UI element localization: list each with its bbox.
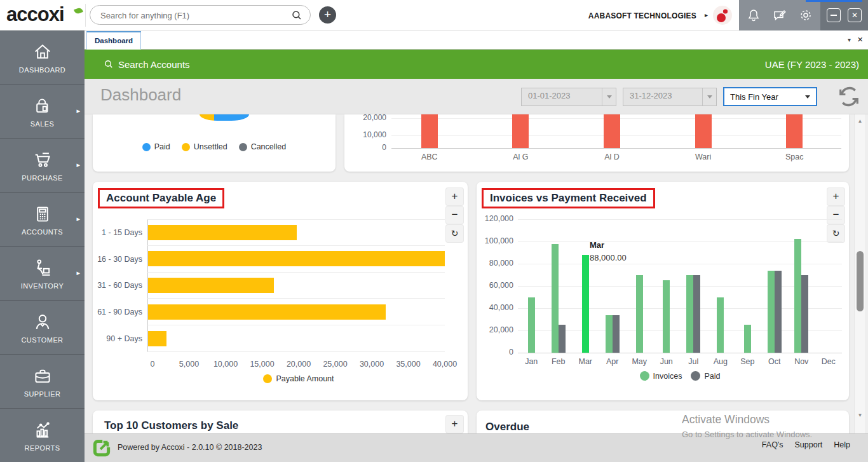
- y-axis-tick: 80,000: [479, 259, 513, 268]
- organization-name[interactable]: AABASOFT TECHNOLOGIES: [588, 11, 696, 20]
- search-accounts-button[interactable]: Search Accounts: [104, 50, 190, 79]
- sidebar-item-accounts[interactable]: ACCOUNTS▸: [0, 193, 85, 247]
- date-to-picker[interactable]: [623, 88, 717, 106]
- paid-bar-jul[interactable]: [693, 275, 700, 353]
- sidebar-item-dashboard[interactable]: DASHBOARD: [0, 31, 85, 85]
- bar-16-30Days[interactable]: [148, 251, 445, 266]
- date-to-input[interactable]: [630, 91, 696, 100]
- sidebar-item-supplier[interactable]: SUPPLIER: [0, 355, 85, 409]
- sidebar-item-label: PURCHASE: [22, 174, 62, 182]
- sidebar: DASHBOARDSALES▸PURCHASE▸ACCOUNTS▸INVENTO…: [0, 31, 85, 462]
- org-caret-icon: ▸: [705, 11, 708, 18]
- y-axis-tick: 100,000: [479, 236, 513, 245]
- date-from-dropdown[interactable]: [602, 88, 616, 105]
- bar-al-d[interactable]: [604, 114, 620, 148]
- paid-bar-feb[interactable]: [559, 325, 566, 353]
- x-axis-label: Sep: [734, 357, 761, 366]
- bar-wari[interactable]: [695, 114, 712, 148]
- inventory-icon: [32, 257, 53, 279]
- global-search-input[interactable]: [100, 8, 285, 22]
- accent-strip: [806, 0, 862, 2]
- invoices-bar-oct[interactable]: [768, 271, 775, 353]
- bar-spac[interactable]: [786, 114, 803, 148]
- submenu-arrow-icon: ▸: [76, 269, 80, 277]
- legend-dot-icon: [142, 143, 151, 151]
- minimize-button[interactable]: [827, 8, 841, 22]
- quick-add-button[interactable]: +: [319, 6, 336, 24]
- zoom-in-button[interactable]: +: [446, 416, 463, 433]
- invoices-bar-apr[interactable]: [606, 315, 613, 353]
- date-from-picker[interactable]: [521, 88, 616, 106]
- gridline: [518, 219, 842, 220]
- x-axis-label: Al G: [495, 153, 546, 161]
- bar-1-15Days[interactable]: [148, 225, 297, 240]
- date-to-dropdown[interactable]: [702, 88, 716, 105]
- chevron-down-icon: [707, 95, 712, 99]
- footer-link-help[interactable]: Help: [834, 440, 850, 449]
- scrollbar-thumb[interactable]: [857, 251, 864, 311]
- invoices-bar-jan[interactable]: [528, 297, 535, 353]
- sidebar-item-customer[interactable]: CUSTOMER: [0, 301, 85, 355]
- legend-item-cancelled: Cancelled: [239, 142, 287, 151]
- pie-slice-unsettled[interactable]: [200, 114, 214, 121]
- period-select[interactable]: This Fin Year: [723, 87, 817, 106]
- invoices-bar-feb[interactable]: [552, 244, 559, 353]
- bar-31-60Days[interactable]: [148, 278, 274, 293]
- search-icon[interactable]: [291, 10, 302, 24]
- x-axis-tick: 10,000: [207, 360, 245, 369]
- paid-bar-oct[interactable]: [775, 271, 782, 353]
- sidebar-item-reports[interactable]: REPORTS: [0, 409, 85, 462]
- x-axis-tick: 0: [133, 360, 172, 369]
- paid-bar-nov[interactable]: [801, 275, 808, 353]
- global-search: [90, 5, 311, 25]
- bar-90+Days[interactable]: [148, 331, 166, 346]
- pie-slice-paid[interactable]: [214, 114, 249, 121]
- sidebar-item-sales[interactable]: SALES▸: [0, 85, 85, 139]
- y-axis-tick: 40,000: [479, 303, 513, 312]
- scroll-up-icon[interactable]: ▲: [855, 118, 865, 124]
- scroll-down-icon[interactable]: ▼: [855, 412, 865, 418]
- date-from-input[interactable]: [528, 91, 595, 100]
- chart-row: 31 - 60 Days: [93, 273, 445, 299]
- close-button[interactable]: ✕: [848, 8, 862, 22]
- bar-61-90Days[interactable]: [148, 304, 386, 320]
- tab-close-icon[interactable]: ×: [857, 34, 863, 44]
- invoices-bar-nov[interactable]: [794, 239, 801, 353]
- invoices-bar-aug[interactable]: [717, 297, 724, 353]
- gridline: [518, 264, 842, 264]
- bar-al-g[interactable]: [512, 114, 529, 148]
- invoices-bar-mar[interactable]: [582, 255, 589, 353]
- messages-icon[interactable]: [771, 7, 788, 24]
- y-axis-tick: 20,000: [479, 325, 513, 334]
- chart-legend: Payable Amount: [153, 374, 445, 383]
- invoices-bar-sep[interactable]: [744, 325, 751, 353]
- gridline: [518, 330, 842, 331]
- chevron-down-icon: [805, 95, 810, 99]
- app-window: accoxi + AABASOFT TECHNOLOGIES ▸: [0, 0, 868, 462]
- sidebar-item-inventory[interactable]: INVENTORY▸: [0, 247, 85, 301]
- category-label: 90 + Days: [93, 325, 147, 352]
- notifications-bell-icon[interactable]: [745, 7, 762, 24]
- invoices-bar-may[interactable]: [636, 275, 643, 353]
- legend-dot-icon: [263, 374, 272, 383]
- x-axis-label: Mar: [572, 357, 599, 366]
- vertical-scrollbar[interactable]: ▲ ▼: [854, 114, 865, 433]
- submenu-arrow-icon: ▸: [76, 215, 80, 223]
- category-label: 16 - 30 Days: [93, 246, 147, 273]
- bar-abc[interactable]: [421, 114, 438, 148]
- gridline: [518, 308, 842, 309]
- y-axis-tick: 60,000: [479, 281, 513, 290]
- paid-bar-apr[interactable]: [613, 315, 620, 353]
- invoices-bar-jul[interactable]: [686, 275, 693, 353]
- settings-gear-icon[interactable]: [797, 7, 814, 24]
- footer-link-faqs[interactable]: FAQ's: [762, 440, 783, 449]
- sidebar-item-purchase[interactable]: PURCHASE▸: [0, 139, 85, 193]
- sales-by-customer-card: 20,00010,0000ABCAl GAl DWariSpac: [344, 114, 849, 172]
- tab-list-caret-icon[interactable]: ▾: [848, 36, 851, 43]
- footer-link-support[interactable]: Support: [795, 440, 823, 449]
- tab-dashboard[interactable]: Dashboard: [86, 31, 141, 50]
- refresh-dashboard-button[interactable]: [836, 83, 862, 110]
- chart-row: 1 - 15 Days: [93, 219, 445, 246]
- org-avatar[interactable]: [713, 6, 732, 25]
- invoices-bar-jun[interactable]: [663, 280, 670, 353]
